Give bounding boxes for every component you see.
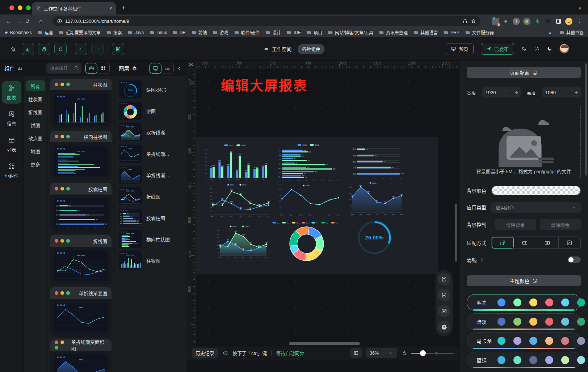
bookmark-folder[interactable]: PHP: [443, 30, 459, 35]
bookmark-folder[interactable]: 文件服务器: [465, 29, 494, 35]
grid-view-button[interactable]: [97, 63, 109, 74]
other-bookmarks[interactable]: 其他书签: [559, 29, 584, 35]
extension-dot-icon[interactable]: [523, 18, 530, 25]
component-card[interactable]: 折线图: [50, 235, 112, 285]
components-panel-button[interactable]: [22, 43, 34, 55]
help-icon[interactable]: [223, 350, 228, 356]
tab-close-icon[interactable]: ×: [109, 5, 112, 11]
bookmark-folder[interactable]: 软件/硬件: [234, 29, 260, 35]
redo-button[interactable]: [91, 43, 104, 55]
app-home-icon[interactable]: [10, 46, 16, 52]
theme-row[interactable]: 暗淡: [467, 313, 581, 330]
traffic-lights[interactable]: [9, 5, 31, 10]
layer-item[interactable]: 折线图: [119, 187, 183, 205]
layer-item[interactable]: 横向柱状图: [119, 230, 183, 248]
new-tab-button[interactable]: +: [122, 4, 126, 11]
titlebar-chevron-icon[interactable]: ∨: [578, 6, 581, 11]
layer-item[interactable]: 单折线渐...: [119, 145, 183, 163]
config-panel-button[interactable]: [54, 43, 67, 55]
background-upload-dropzone[interactable]: 背景图需小于 5M ，格式为 png/jpg/gif 的文件: [467, 105, 581, 179]
extension-kite-icon[interactable]: ◆: [502, 18, 509, 25]
bookmark-folder[interactable]: 项目: [306, 29, 322, 35]
undo-button[interactable]: [75, 43, 87, 55]
theme-color-header[interactable]: 主题颜色: [467, 275, 581, 286]
bookmark-folder[interactable]: 前端: [191, 29, 207, 35]
component-card[interactable]: 单折线渐变面积图: [50, 339, 112, 372]
category-item[interactable]: 更多: [26, 159, 45, 170]
forward-icon[interactable]: →: [14, 18, 25, 25]
app-type-select[interactable]: 应用颜色: [491, 202, 581, 213]
nav-rail-item[interactable]: 小组件: [2, 159, 21, 182]
component-card[interactable]: 单折线渐变图: [50, 287, 112, 337]
save-button[interactable]: [112, 43, 124, 55]
nav-rail-item[interactable]: 图表: [2, 81, 21, 104]
component-search[interactable]: [46, 63, 81, 74]
layer-item[interactable]: 单折线渐...: [119, 166, 183, 184]
list-view-button[interactable]: [161, 63, 173, 74]
slider-knob[interactable]: [420, 350, 426, 356]
canvas-chart-ring[interactable]: 25.00%: [356, 219, 393, 256]
extension-star-icon[interactable]: ✳: [534, 18, 541, 25]
category-item[interactable]: 散点图: [26, 133, 45, 143]
canvas-chart-line-dual-area[interactable]: 050100150200250300350data1data2120200150…: [214, 224, 269, 260]
layer-item[interactable]: 饼图: [119, 102, 183, 120]
page-config-header[interactable]: 页面配置: [467, 67, 581, 78]
bookmark-folder[interactable]: 游戏: [213, 29, 228, 35]
zoom-slider[interactable]: [411, 351, 454, 356]
theme-row[interactable]: 蓝绿: [467, 352, 581, 368]
height-stepper[interactable]: 1080 — +: [542, 87, 581, 97]
extension-circle-icon[interactable]: ✣: [513, 18, 520, 25]
browser-tab[interactable]: 工作空间-各种组件 ×: [32, 2, 116, 14]
address-bar[interactable]: 127.0.0.1:3000/#/chart/home/9: [52, 16, 480, 26]
layers-panel-button[interactable]: [38, 43, 50, 55]
bookmark-folder[interactable]: Java: [127, 30, 144, 35]
layer-item[interactable]: 双折线渐...: [119, 123, 183, 141]
component-card[interactable]: 胶囊柱图 20厦门40南阳60北京80上海100新疆020406080100: [50, 183, 112, 233]
settings-button[interactable]: [438, 321, 450, 333]
height-minus-button[interactable]: —: [568, 89, 573, 95]
bookmark-star-icon[interactable]: [471, 18, 476, 24]
bookmark-folder[interactable]: 网站/博客/文章/工具: [328, 29, 373, 35]
canvas-chart-donut[interactable]: MonTueWedThuFriSatSun: [269, 220, 344, 262]
lock-icon[interactable]: [402, 350, 407, 356]
layer-item[interactable]: 柱状图: [119, 251, 183, 269]
sidebar-toggle-icon[interactable]: [555, 18, 562, 25]
browser-menu-icon[interactable]: ⋮: [576, 18, 583, 25]
theme-row[interactable]: 明亮: [467, 294, 581, 311]
home-icon[interactable]: ⌂: [35, 18, 46, 25]
bookmark-folder[interactable]: 资讯未整理: [379, 29, 408, 35]
thumbnail-view-button[interactable]: [150, 63, 161, 74]
component-card[interactable]: 柱状图: [50, 79, 112, 128]
bookmark-folder[interactable]: 搜索: [106, 29, 122, 35]
back-icon[interactable]: ←: [3, 18, 14, 25]
bookmarks-overflow-chevron[interactable]: »: [549, 30, 551, 35]
clear-color-button[interactable]: 清除颜色: [540, 219, 581, 230]
fit-stretch-button[interactable]: [559, 237, 581, 248]
vertical-scrollbar[interactable]: [455, 204, 457, 262]
history-button[interactable]: 历史记录: [192, 348, 218, 358]
filter-label[interactable]: 滤镜: [467, 256, 484, 263]
bookmarks-root[interactable]: ★ Bookmarks: [4, 30, 32, 35]
translate-icon[interactable]: [521, 46, 527, 51]
profile-avatar-icon[interactable]: [565, 18, 572, 25]
bookmark-folder[interactable]: IDE: [286, 30, 301, 35]
category-item[interactable]: 饼图: [26, 120, 45, 130]
editor-canvas[interactable]: 6007008009001000110012001300 20030040050…: [186, 60, 459, 372]
canvas-chart-bar[interactable]: 050100150200250300350data1data2120136Mon…: [202, 142, 271, 182]
dark-mode-moon-icon[interactable]: [547, 46, 552, 51]
magic-wand-icon[interactable]: [534, 46, 539, 51]
collapse-panel-icon[interactable]: [177, 66, 182, 71]
category-item[interactable]: 所有: [26, 80, 45, 91]
category-item[interactable]: 柱状图: [26, 93, 45, 104]
category-item[interactable]: 折线图: [26, 106, 45, 117]
edit-button[interactable]: [438, 305, 450, 317]
layer-item[interactable]: 25% 饼图-环形: [119, 80, 183, 99]
category-item[interactable]: 地图: [26, 146, 45, 156]
preview-button[interactable]: 预览: [446, 43, 473, 54]
height-plus-button[interactable]: +: [575, 89, 578, 95]
site-info-icon[interactable]: [57, 18, 62, 24]
extension-paw-icon[interactable]: ✱: [544, 18, 551, 25]
clear-background-button[interactable]: 清除背景: [495, 219, 536, 230]
filter-toggle[interactable]: [568, 256, 581, 263]
single-view-button[interactable]: [85, 63, 97, 74]
